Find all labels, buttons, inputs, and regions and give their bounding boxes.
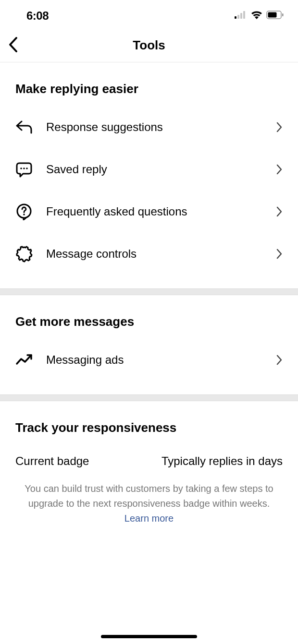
- svg-point-8: [23, 167, 25, 169]
- badge-row: Current badge Typically replies in days: [15, 445, 283, 481]
- status-icons: [235, 11, 284, 21]
- section-responsiveness: Track your responsiveness Current badge …: [0, 401, 298, 524]
- wifi-icon: [251, 11, 262, 21]
- page-title: Tools: [133, 38, 165, 53]
- svg-rect-3: [243, 11, 245, 19]
- list-item-label: Messaging ads: [46, 353, 276, 367]
- badge-label: Current badge: [15, 454, 89, 468]
- cellular-signal-icon: [235, 11, 247, 21]
- chevron-left-icon: [8, 36, 18, 55]
- reply-arrow-icon: [15, 119, 33, 136]
- section-title-responsiveness: Track your responsiveness: [15, 401, 283, 445]
- chevron-right-icon: [276, 354, 283, 366]
- section-title-messages: Get more messages: [15, 295, 283, 339]
- chevron-right-icon: [276, 121, 283, 133]
- back-button[interactable]: [8, 36, 18, 55]
- svg-rect-0: [235, 16, 236, 19]
- message-bubble-icon: [15, 161, 33, 178]
- home-indicator[interactable]: [101, 635, 197, 638]
- svg-point-9: [26, 167, 28, 169]
- trend-up-icon: [15, 351, 33, 369]
- responsiveness-description: You can build trust with customers by ta…: [15, 481, 283, 511]
- list-item-response-suggestions[interactable]: Response suggestions: [15, 106, 283, 148]
- list-item-faq[interactable]: Frequently asked questions: [15, 191, 283, 233]
- svg-rect-1: [237, 15, 239, 19]
- svg-rect-2: [240, 13, 242, 19]
- section-replying: Make replying easier Response suggestion…: [0, 62, 298, 288]
- list-item-saved-reply[interactable]: Saved reply: [15, 148, 283, 191]
- list-item-label: Frequently asked questions: [46, 205, 276, 218]
- svg-point-11: [23, 214, 25, 215]
- battery-icon: [266, 11, 284, 21]
- svg-point-7: [20, 167, 22, 169]
- list-item-label: Message controls: [46, 247, 276, 261]
- chevron-right-icon: [276, 206, 283, 217]
- svg-rect-5: [268, 12, 277, 18]
- list-item-label: Response suggestions: [46, 120, 276, 134]
- section-title-replying: Make replying easier: [15, 62, 283, 106]
- list-item-label: Saved reply: [46, 163, 276, 176]
- section-messages: Get more messages Messaging ads: [0, 295, 298, 394]
- chevron-right-icon: [276, 248, 283, 260]
- list-item-messaging-ads[interactable]: Messaging ads: [15, 339, 283, 381]
- badge-value: Typically replies in days: [161, 454, 283, 468]
- section-divider: [0, 394, 298, 401]
- learn-more-link[interactable]: Learn more: [15, 513, 283, 524]
- question-bubble-icon: [15, 203, 33, 220]
- list-item-message-controls[interactable]: Message controls: [15, 233, 283, 275]
- header: Tools: [0, 29, 298, 62]
- svg-rect-6: [282, 13, 284, 16]
- chevron-right-icon: [276, 164, 283, 175]
- section-divider: [0, 288, 298, 295]
- gear-icon: [15, 245, 33, 262]
- status-bar: 6:08: [0, 0, 298, 29]
- status-time: 6:08: [26, 9, 49, 23]
